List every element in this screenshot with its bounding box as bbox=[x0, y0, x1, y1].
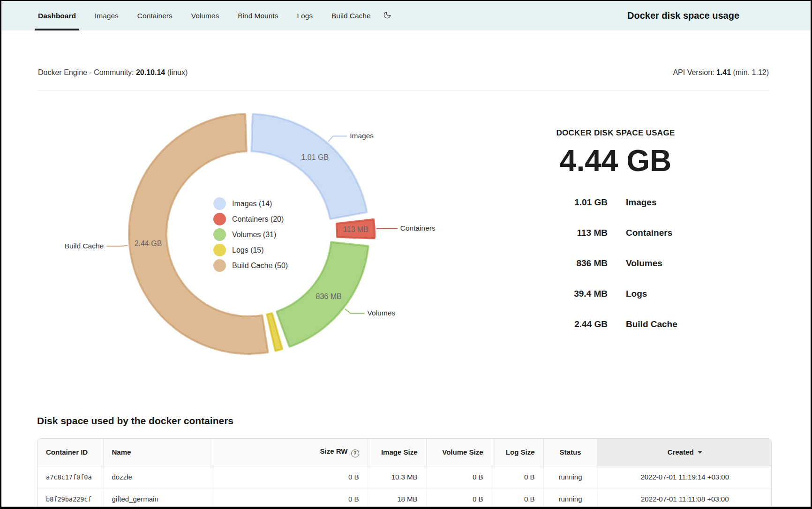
cell-container-id: b8f29ba229cf bbox=[38, 488, 103, 509]
sort-desc-icon bbox=[698, 451, 702, 454]
slice-size-label-build-cache: 2.44 GB bbox=[135, 240, 162, 247]
containers-table: Container ID Name Size RW? Image Size Vo… bbox=[37, 438, 772, 509]
chart-legend: Images (14)Containers (20)Volumes (31)Lo… bbox=[213, 196, 288, 273]
legend-label-logs: Logs (15) bbox=[232, 246, 264, 254]
legend-item-logs[interactable]: Logs (15) bbox=[213, 242, 288, 258]
cell-image-size: 18 MB bbox=[368, 488, 426, 509]
tab-build-cache[interactable]: Build Cache bbox=[331, 1, 371, 30]
table-header-row: Container ID Name Size RW? Image Size Vo… bbox=[38, 439, 772, 466]
col-header-name[interactable]: Name bbox=[103, 439, 213, 466]
col-header-status[interactable]: Status bbox=[543, 439, 597, 466]
table-row[interactable]: a7c8c17f0f0adozzle0 B10.3 MB0 B0 Brunnin… bbox=[38, 466, 772, 488]
cell-log-size: 0 B bbox=[492, 466, 543, 488]
usage-stat-row: 2.44 GB Build Cache bbox=[517, 309, 714, 339]
usage-stat-value: 113 MB bbox=[517, 228, 608, 238]
slice-size-label-images: 1.01 GB bbox=[301, 153, 329, 161]
usage-stat-value: 836 MB bbox=[517, 258, 608, 269]
usage-stat-row: 113 MB Containers bbox=[517, 217, 714, 248]
cell-size-rw: 0 B bbox=[213, 466, 368, 488]
containers-section-heading: Disk space used by the docker containers bbox=[37, 415, 233, 427]
cell-volume-size: 0 B bbox=[426, 466, 492, 488]
slice-size-label-containers: 113 MB bbox=[343, 225, 368, 233]
cell-container-id: a7c8c17f0f0a bbox=[38, 466, 103, 488]
leader-line-containers bbox=[376, 228, 398, 229]
summary-stats: 1.01 GB Images 113 MB Containers 836 MB … bbox=[517, 187, 714, 339]
leader-line-volumes bbox=[345, 309, 365, 313]
tab-volumes[interactable]: Volumes bbox=[191, 1, 219, 30]
usage-stat-label: Logs bbox=[626, 289, 647, 299]
dark-mode-toggle[interactable] bbox=[383, 1, 391, 30]
col-header-log-size[interactable]: Log Size bbox=[492, 439, 543, 466]
usage-stat-value: 2.44 GB bbox=[517, 319, 608, 329]
leader-line-build-cache bbox=[106, 246, 128, 246]
cell-log-size: 0 B bbox=[492, 488, 543, 509]
legend-label-build-cache: Build Cache (50) bbox=[232, 262, 288, 270]
summary-heading: DOCKER DISK SPACE USAGE bbox=[517, 128, 714, 138]
usage-stat-row: 836 MB Volumes bbox=[517, 248, 714, 278]
col-header-image-size[interactable]: Image Size bbox=[368, 439, 426, 466]
tab-dashboard[interactable]: Dashboard bbox=[38, 1, 76, 30]
legend-item-build-cache[interactable]: Build Cache (50) bbox=[213, 258, 288, 273]
top-navbar: Dashboard Images Containers Volumes Bind… bbox=[1, 1, 811, 30]
docker-disk-usage-page: Dashboard Images Containers Volumes Bind… bbox=[0, 0, 812, 509]
legend-label-containers: Containers (20) bbox=[232, 215, 284, 224]
cell-name: dozzle bbox=[103, 466, 213, 488]
engine-info-bar: Docker Engine - Community: 20.10.14 (lin… bbox=[38, 67, 769, 79]
tab-logs[interactable]: Logs bbox=[297, 1, 313, 30]
legend-label-volumes: Volumes (31) bbox=[232, 231, 276, 239]
usage-stat-value: 39.4 MB bbox=[517, 289, 608, 299]
legend-swatch-logs bbox=[213, 244, 226, 256]
cell-status: running bbox=[543, 466, 597, 488]
usage-stat-row: 1.01 GB Images bbox=[517, 187, 714, 217]
cell-created: 2022-07-01 11:19:14 +03:00 bbox=[597, 466, 772, 488]
table-row[interactable]: b8f29ba229cfgifted_germain0 B18 MB0 B0 B… bbox=[38, 488, 772, 509]
cell-status: running bbox=[543, 488, 597, 509]
slice-name-label-containers: Containers bbox=[400, 224, 436, 232]
usage-stat-label: Build Cache bbox=[626, 319, 677, 329]
usage-stat-value: 1.01 GB bbox=[517, 197, 608, 208]
app-title: Docker disk space usage bbox=[627, 1, 739, 30]
legend-label-images: Images (14) bbox=[232, 200, 272, 208]
cell-volume-size: 0 B bbox=[426, 488, 492, 509]
legend-item-volumes[interactable]: Volumes (31) bbox=[213, 227, 288, 242]
legend-swatch-images bbox=[213, 197, 226, 210]
divider bbox=[37, 90, 769, 90]
usage-stat-row: 39.4 MB Logs bbox=[517, 278, 714, 309]
slice-name-label-build-cache: Build Cache bbox=[65, 242, 104, 250]
help-icon[interactable]: ? bbox=[351, 449, 359, 457]
usage-stat-label: Containers bbox=[626, 228, 672, 238]
summary-total: 4.44 GB bbox=[517, 145, 714, 177]
legend-swatch-volumes bbox=[213, 228, 226, 241]
tab-containers[interactable]: Containers bbox=[137, 1, 173, 30]
usage-stat-label: Images bbox=[626, 197, 656, 208]
usage-stat-label: Volumes bbox=[626, 258, 662, 269]
cell-name: gifted_germain bbox=[103, 488, 213, 509]
col-header-created[interactable]: Created bbox=[597, 439, 772, 466]
legend-item-images[interactable]: Images (14) bbox=[213, 196, 288, 211]
api-version-text: API Version: 1.41 (min. 1.12) bbox=[673, 68, 769, 77]
slice-name-label-images: Images bbox=[350, 132, 374, 140]
legend-item-containers[interactable]: Containers (20) bbox=[213, 211, 288, 227]
col-header-volume-size[interactable]: Volume Size bbox=[426, 439, 492, 466]
cell-size-rw: 0 B bbox=[213, 488, 368, 509]
cell-created: 2022-07-01 11:11:08 +03:00 bbox=[597, 488, 772, 509]
cell-image-size: 10.3 MB bbox=[368, 466, 426, 488]
col-header-size-rw[interactable]: Size RW? bbox=[213, 439, 368, 466]
nav-tabs: Dashboard Images Containers Volumes Bind… bbox=[38, 1, 371, 30]
moon-icon bbox=[383, 11, 391, 21]
tab-bind-mounts[interactable]: Bind Mounts bbox=[238, 1, 278, 30]
legend-swatch-containers bbox=[213, 213, 226, 225]
col-header-container-id[interactable]: Container ID bbox=[38, 439, 103, 466]
slice-size-label-volumes: 836 MB bbox=[316, 292, 342, 300]
engine-version-text: Docker Engine - Community: 20.10.14 (lin… bbox=[38, 68, 188, 77]
usage-summary-panel: DOCKER DISK SPACE USAGE 4.44 GB 1.01 GB … bbox=[517, 128, 714, 339]
leader-line-images bbox=[328, 136, 347, 141]
legend-swatch-build-cache bbox=[213, 259, 226, 272]
tab-images[interactable]: Images bbox=[95, 1, 119, 30]
slice-name-label-volumes: Volumes bbox=[368, 309, 396, 317]
